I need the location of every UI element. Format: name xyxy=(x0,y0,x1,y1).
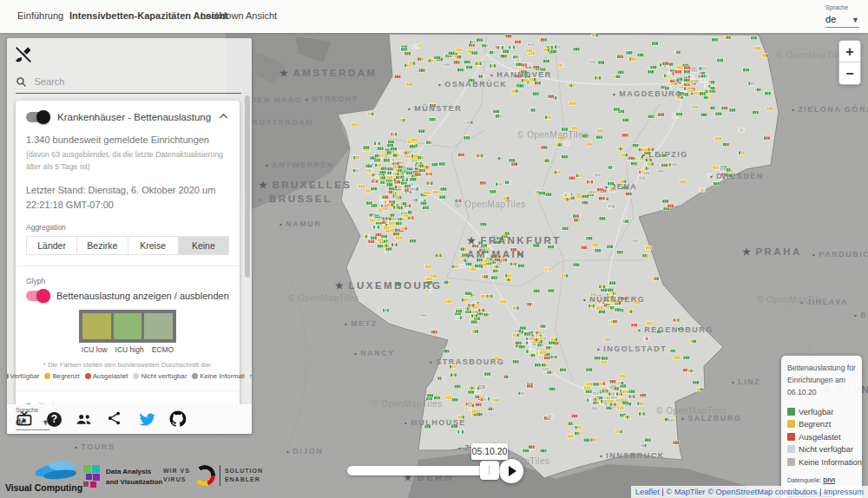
hospital-marker[interactable] xyxy=(476,258,483,262)
hospital-marker[interactable] xyxy=(375,163,382,167)
attribution-link[interactable]: © OpenStreetMap contributors xyxy=(707,488,817,496)
hospital-marker[interactable] xyxy=(617,406,624,410)
hospital-marker[interactable] xyxy=(593,383,600,387)
hospital-marker[interactable] xyxy=(589,60,596,64)
hospital-marker[interactable] xyxy=(457,415,464,419)
hospital-marker[interactable] xyxy=(376,218,383,222)
hospital-marker[interactable] xyxy=(696,388,703,392)
hospital-marker[interactable] xyxy=(385,151,391,155)
hospital-marker[interactable] xyxy=(566,422,573,426)
hospital-marker[interactable] xyxy=(599,285,606,289)
hospital-marker[interactable] xyxy=(596,187,603,192)
chevron-up-icon[interactable] xyxy=(218,111,229,122)
hospital-marker[interactable] xyxy=(615,392,622,396)
hospital-marker[interactable] xyxy=(606,406,613,410)
hospital-marker[interactable] xyxy=(374,154,381,158)
hospital-marker[interactable] xyxy=(515,58,522,62)
hospital-marker[interactable] xyxy=(598,310,605,314)
hospital-marker[interactable] xyxy=(500,299,507,304)
hospital-marker[interactable] xyxy=(625,192,632,196)
hospital-marker[interactable] xyxy=(402,188,409,193)
hospital-marker[interactable] xyxy=(370,236,377,240)
hospital-marker[interactable] xyxy=(550,49,557,54)
hospital-marker[interactable] xyxy=(631,323,638,327)
hospital-marker[interactable] xyxy=(478,75,485,79)
hospital-marker[interactable] xyxy=(557,136,564,141)
zoom-in-button[interactable]: + xyxy=(839,41,860,62)
hospital-marker[interactable] xyxy=(373,141,380,146)
hospital-marker[interactable] xyxy=(464,135,470,140)
hospital-marker[interactable] xyxy=(383,158,390,162)
hospital-marker[interactable] xyxy=(680,180,687,184)
hospital-marker[interactable] xyxy=(462,253,469,258)
hospital-marker[interactable] xyxy=(676,65,683,69)
hospital-marker[interactable] xyxy=(622,220,629,224)
hospital-marker[interactable] xyxy=(450,373,457,377)
hospital-marker[interactable] xyxy=(410,177,417,181)
hospital-marker[interactable] xyxy=(754,88,761,92)
hospital-marker[interactable] xyxy=(451,265,458,269)
hospital-marker[interactable] xyxy=(503,375,510,379)
hospital-marker[interactable] xyxy=(417,164,424,168)
hospital-marker[interactable] xyxy=(529,108,536,113)
hospital-marker[interactable] xyxy=(511,89,518,94)
hospital-marker[interactable] xyxy=(365,164,372,168)
hospital-marker[interactable] xyxy=(700,74,707,78)
hospital-marker[interactable] xyxy=(595,306,602,311)
hospital-marker[interactable] xyxy=(368,239,375,244)
hospital-marker[interactable] xyxy=(539,351,546,355)
hospital-marker[interactable] xyxy=(667,72,674,76)
hospital-marker[interactable] xyxy=(724,36,731,40)
hospital-marker[interactable] xyxy=(657,113,664,117)
hospital-marker[interactable] xyxy=(471,51,478,56)
hospital-marker[interactable] xyxy=(708,106,715,110)
hospital-marker[interactable] xyxy=(510,262,516,266)
hospital-marker[interactable] xyxy=(619,374,626,378)
hospital-marker[interactable] xyxy=(526,384,533,389)
hospital-marker[interactable] xyxy=(406,82,413,87)
hospital-marker[interactable] xyxy=(674,356,681,360)
hospital-marker[interactable] xyxy=(693,79,700,83)
hospital-marker[interactable] xyxy=(599,217,606,221)
hospital-marker[interactable] xyxy=(505,273,512,278)
hospital-marker[interactable] xyxy=(427,393,434,397)
hospital-marker[interactable] xyxy=(608,166,615,170)
hospital-marker[interactable] xyxy=(377,147,384,151)
hospital-marker[interactable] xyxy=(656,330,663,334)
hospital-marker[interactable] xyxy=(692,105,699,109)
hospital-marker[interactable] xyxy=(509,158,516,162)
hospital-marker[interactable] xyxy=(431,162,438,167)
hospital-marker[interactable] xyxy=(651,452,658,456)
hospital-marker[interactable] xyxy=(532,92,539,96)
hospital-marker[interactable] xyxy=(671,162,678,167)
hospital-marker[interactable] xyxy=(377,244,384,248)
hospital-marker[interactable] xyxy=(402,213,409,218)
hospital-marker[interactable] xyxy=(665,86,672,90)
hospital-marker[interactable] xyxy=(517,83,524,88)
sidebar-scrollbar[interactable] xyxy=(245,95,250,401)
hospital-marker[interactable] xyxy=(693,381,700,385)
hospital-marker[interactable] xyxy=(629,57,636,62)
hospital-marker[interactable] xyxy=(358,185,365,189)
hospital-marker[interactable] xyxy=(500,54,507,58)
hospital-marker[interactable] xyxy=(691,69,698,73)
hospital-marker[interactable] xyxy=(542,159,549,163)
hospital-marker[interactable] xyxy=(411,198,418,202)
hospital-marker[interactable] xyxy=(527,43,534,47)
hospital-marker[interactable] xyxy=(638,412,645,416)
aggregation-option-3[interactable]: Keine xyxy=(179,236,229,255)
hospital-marker[interactable] xyxy=(382,195,389,200)
hospital-marker[interactable] xyxy=(480,397,487,402)
hospital-marker[interactable] xyxy=(594,173,601,177)
hospital-marker[interactable] xyxy=(425,141,432,145)
hospital-marker[interactable] xyxy=(567,434,574,438)
hospital-marker[interactable] xyxy=(521,78,528,82)
hospital-marker[interactable] xyxy=(433,396,440,400)
hospital-marker[interactable] xyxy=(363,146,370,150)
hospital-marker[interactable] xyxy=(675,112,682,116)
search-input[interactable] xyxy=(34,76,225,87)
hospital-marker[interactable] xyxy=(435,253,442,258)
hospital-marker[interactable] xyxy=(621,133,628,137)
hospital-marker[interactable] xyxy=(479,180,486,185)
hospital-marker[interactable] xyxy=(617,381,624,385)
